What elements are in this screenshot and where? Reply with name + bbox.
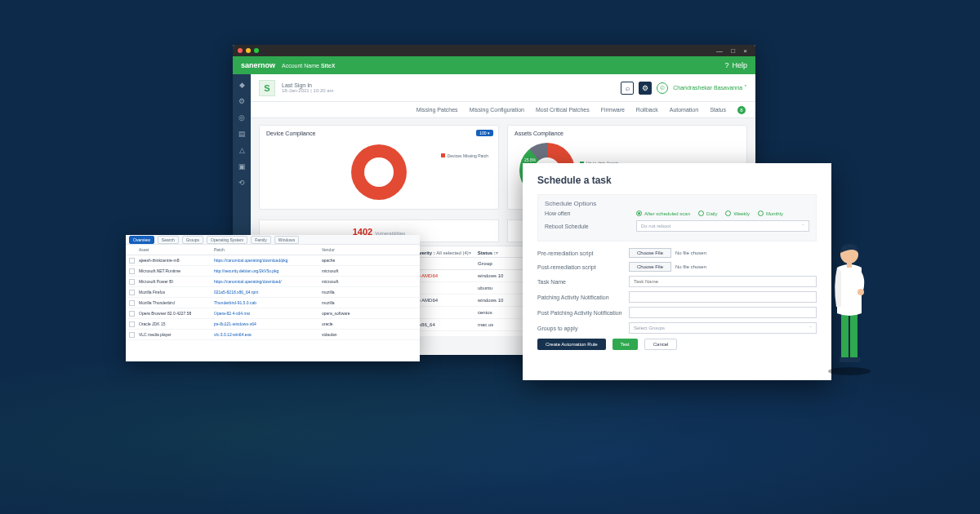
radio-monthly[interactable]: Monthly [758,210,783,216]
nav-critical[interactable]: Most Critical Patches [536,107,590,113]
post-script-label: Post-remediation script [537,264,629,270]
status-badge: 8 [737,106,746,114]
patch-notif-input[interactable] [629,291,817,303]
schedule-options: Schedule Options How often After schedul… [537,194,817,241]
list-item[interactable]: VLC media playervlc-3.0.12-win64.exevide… [126,330,420,340]
svg-point-0 [828,367,871,375]
row-checkbox[interactable] [129,279,135,285]
radio-after-scan[interactable]: After scheduled scan [636,210,690,216]
choose-file-pre[interactable]: Choose File [629,248,671,258]
nav-icon-5[interactable]: △ [238,146,246,154]
schedule-task-modal: Schedule a task Schedule Options How oft… [523,163,831,380]
list-item[interactable]: Microsoft.NET.Runtimehttp://security.deb… [126,266,420,277]
nav-firmware[interactable]: Firmware [601,107,625,113]
task-name-input[interactable] [629,276,817,287]
sub-nav: Missing Patches Missing Configuration Mo… [251,102,755,118]
nav-icon-2[interactable]: ⚙ [238,97,246,105]
tab-groups[interactable]: Groups [182,236,203,244]
panel-asset-table: Overview Search Groups Operating System … [126,235,420,361]
panel-header: AssetPatchVendor [126,245,420,255]
row-checkbox[interactable] [129,258,135,264]
list-item[interactable]: Oracle JDK 15jre-8u121-windows-x64oracle [126,319,420,330]
nav-icon-6[interactable]: ▣ [238,162,246,171]
row-checkbox[interactable] [129,321,135,327]
row-checkbox[interactable] [129,290,135,295]
nofile-post: No file chosen [675,264,706,269]
row-checkbox[interactable] [129,311,135,317]
tab-overview[interactable]: Overview [129,236,154,244]
chevron-down-icon: ˅ [802,224,804,229]
task-name-label: Task Name [537,279,629,285]
post-notif-input[interactable] [629,307,817,318]
card-pill[interactable]: 100 ▾ [476,130,493,136]
radio-weekly[interactable]: Weekly [725,210,750,216]
nav-missing-patches[interactable]: Missing Patches [416,107,458,113]
row-checkbox[interactable] [129,332,135,338]
test-button[interactable]: Test [612,339,638,350]
groups-select[interactable]: Select Groups˅ [629,322,817,334]
list-item[interactable]: Mozilla Firefox021a5-8218.x86_64.rpmmozi… [126,287,420,298]
svg-point-5 [858,289,864,295]
modal-title: Schedule a task [537,175,817,186]
close-dot[interactable] [238,48,243,53]
settings-icon[interactable]: ⚙ [639,82,652,95]
nav-missing-config[interactable]: Missing Configuration [470,107,524,113]
nav-icon-4[interactable]: ▤ [238,130,246,138]
window-controls[interactable]: — □ × [716,47,751,55]
nav-icon-3[interactable]: ◎ [238,113,246,122]
reboot-select[interactable]: Do not reboot˅ [636,220,809,232]
nav-icon-7[interactable]: ⟲ [238,179,246,187]
tab-family[interactable]: Family [251,236,271,244]
list-item[interactable]: Opera Browser 82.0.4227.58Opera-82.4-x64… [126,308,420,319]
row-checkbox[interactable] [129,300,135,306]
nav-rollback[interactable]: Rollback [636,107,658,113]
user-bar: S Last Sign In 18-Jan-2021 | 10:20 am ⌕ … [251,74,755,102]
user-avatar[interactable]: ☺ [657,82,668,94]
panel-tabs: Overview Search Groups Operating System … [126,235,420,245]
donut-device [351,144,407,200]
window-titlebar: — □ × [233,45,755,56]
card-device-compliance: Device Compliance 100 ▾ Devices Missing … [259,125,499,210]
tab-os[interactable]: Operating System [207,236,247,244]
search-icon[interactable]: ⌕ [621,82,634,95]
maximize-dot[interactable] [254,48,259,53]
radio-daily[interactable]: Daily [698,210,717,216]
svg-rect-3 [840,357,851,362]
brand-name: sanernow [241,61,275,69]
list-item[interactable]: Mozilla ThunderbirdThunderbird-91.5.0.ca… [126,298,420,308]
list-item[interactable]: ajeesh-thinkcentre-m8https://canonical.o… [126,255,420,266]
create-rule-button[interactable]: Create Automation Rule [537,339,606,350]
nofile-pre: No file chosen [675,250,706,255]
svg-rect-2 [850,310,858,359]
card-title: Device Compliance [266,131,492,136]
help-link[interactable]: ? Help [724,61,747,69]
pre-script-label: Pre-remediation script [537,250,629,256]
minimize-dot[interactable] [246,48,251,53]
account-label: Account Name SiteX [282,63,335,69]
tab-search[interactable]: Search [158,236,179,244]
reboot-label: Reboot Schedule [545,224,636,229]
groups-label: Groups to apply [537,326,629,331]
brand-bar: sanernow Account Name SiteX ? Help [233,56,755,74]
post-notif-label: Post Patching Activity Notification [537,310,629,316]
how-often-label: How often [545,210,636,216]
choose-file-post[interactable]: Choose File [629,262,671,272]
help-icon: ? [724,61,728,69]
legend-device: Devices Missing Patch [441,153,488,158]
nav-status[interactable]: Status [710,107,726,113]
svg-rect-4 [849,357,861,362]
how-often-radios: After scheduled scan Daily Weekly Monthl… [636,210,783,216]
tab-windows[interactable]: Windows [274,236,299,244]
svg-rect-7 [847,261,852,268]
user-name[interactable]: Chandrashekar Basavanna ˅ [673,85,747,91]
list-item[interactable]: Microsoft Power BIhttps://canonical.oper… [126,277,420,287]
patch-notif-label: Patching Activity Notification [537,295,629,300]
svg-rect-1 [841,310,849,359]
account-logo: S [259,80,275,96]
row-checkbox[interactable] [129,268,135,274]
nav-automation[interactable]: Automation [670,107,698,113]
signin-info: Last Sign In 18-Jan-2021 | 10:20 am [282,82,334,93]
nav-icon-1[interactable]: ◆ [238,81,246,89]
cancel-button[interactable]: Cancel [644,339,678,350]
person-illustration [817,228,882,375]
